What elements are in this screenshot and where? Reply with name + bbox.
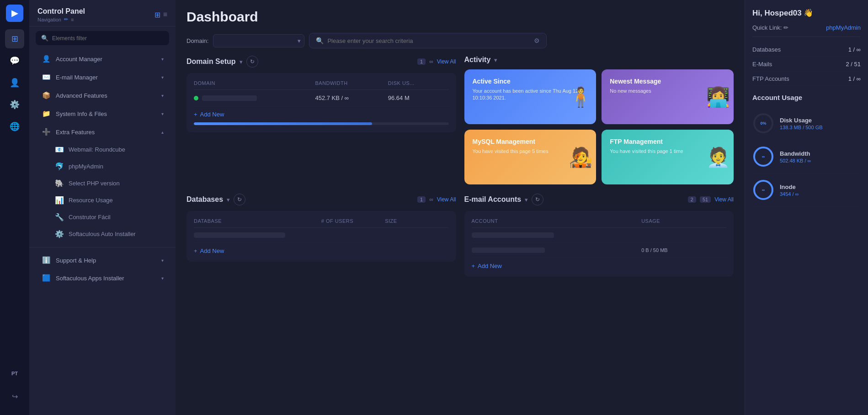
nav-icon-home[interactable]: ⊞ [5, 29, 24, 48]
usage-disk: 0% Disk Usage 138.3 MB / 500 GB [752, 107, 861, 140]
domain-bandwidth: 452.7 KB / ∞ [315, 95, 388, 101]
usage-bandwidth: ∞ Bandwidth 502.48 KB / ∞ [752, 140, 861, 173]
email-table-row-2: 0 B / 50 MB [472, 243, 727, 258]
col-disk: Disk Us... [388, 80, 449, 86]
domain-table-row: 452.7 KB / ∞ 96.64 M [194, 90, 449, 106]
bandwidth-label: ∞ [762, 154, 765, 159]
domain-setup-header: Domain Setup ▾ ↻ 1 View All [186, 56, 456, 68]
domain-setup-section: Domain Setup ▾ ↻ 1 View All Domain Bandw… [186, 56, 456, 184]
domain-disk: 96.64 M [388, 95, 449, 101]
grid-view-icon[interactable]: ⊞ [154, 11, 160, 19]
col-usage: Usage [641, 218, 726, 224]
email-refresh[interactable]: ↻ [532, 194, 543, 205]
email-count2: 51 [700, 196, 711, 203]
nav-icon-settings[interactable]: ⚙️ [5, 95, 24, 114]
nav-icon-messages[interactable]: 💬 [5, 51, 24, 70]
quick-link-value[interactable]: phpMyAdmin [826, 24, 861, 31]
sidebar-subitem-webmail[interactable]: 📧 Webmail: Roundcube [33, 142, 172, 158]
sidebar-subitem-softaculous-auto[interactable]: ⚙️ Softaculous Auto Installer [33, 226, 172, 242]
activity-card-mysql[interactable]: MySQL Management You have visited this p… [464, 130, 596, 184]
sidebar-item-extra-features[interactable]: ➕ Extra Features [33, 123, 172, 141]
list-view-icon[interactable]: ≡ [163, 11, 167, 19]
email-manager-arrow [161, 75, 164, 80]
locale-label[interactable]: PT [5, 364, 24, 383]
activity-section: Activity ▾ Active Since Your account has… [464, 56, 734, 184]
disk-usage-title: Disk Usage [780, 117, 861, 124]
email-chevron[interactable]: ▾ [525, 196, 528, 203]
disk-usage-info: Disk Usage 138.3 MB / 500 GB [780, 117, 861, 130]
activity-card-ftp[interactable]: FTP Management You have visited this pag… [602, 130, 734, 184]
edit-icon[interactable]: ✏ [783, 24, 788, 31]
logout-icon[interactable]: ↪ [5, 387, 24, 406]
domain-label: Domain: [186, 37, 208, 44]
softaculous-auto-icon: ⚙️ [55, 230, 64, 238]
nav-icon-globe[interactable]: 🌐 [5, 117, 24, 136]
email-accounts-card: Account Usage 0 B / 50 MB + Add New [464, 211, 734, 277]
webmail-label: Webmail: Roundcube [69, 146, 125, 153]
inode-subtitle: 3454 / ∞ [780, 191, 861, 197]
stat-databases: Databases 1 / ∞ [752, 42, 861, 57]
inode-info: Inode 3454 / ∞ [780, 184, 861, 197]
sidebar-subitem-select-php[interactable]: 🐘 Select PHP version [33, 175, 172, 191]
nav-icon-user[interactable]: 👤 [5, 73, 24, 92]
system-info-arrow [161, 111, 164, 116]
phpmyadmin-icon: 🐬 [55, 162, 64, 171]
main-search-input[interactable] [327, 37, 530, 44]
search-icon: 🔍 [41, 35, 48, 42]
newest-message-illustration: 👩‍💻 [706, 86, 730, 108]
sidebar-subitem-construtor[interactable]: 🔧 Construtor Fácil [33, 209, 172, 225]
filter-icon[interactable]: ⚙ [534, 37, 540, 44]
elements-filter-input[interactable] [52, 35, 164, 42]
databases-view-all[interactable]: View All [437, 196, 456, 203]
stat-ftp-label: FTP Accounts [752, 75, 789, 82]
col-account: Account [472, 218, 642, 224]
advanced-features-icon: 📦 [41, 91, 51, 100]
sidebar-item-support[interactable]: ℹ️ Support & Help [33, 252, 172, 269]
db-add-new-button[interactable]: + Add New [194, 243, 224, 254]
account-manager-label: Account Manager [56, 56, 102, 63]
sidebar-item-system-info[interactable]: 📁 System Info & Files [33, 105, 172, 122]
resource-usage-label: Resource Usage [69, 197, 113, 204]
logo[interactable]: ▶ [6, 5, 23, 22]
sidebar-subitem-resource-usage[interactable]: 📊 Resource Usage [33, 192, 172, 208]
usage-inode: ∞ Inode 3454 / ∞ [752, 173, 861, 207]
quick-link-row: Quick Link: ✏ phpMyAdmin [752, 24, 861, 37]
active-since-illustration: 🧍 [569, 86, 592, 108]
email-view-all[interactable]: View All [714, 196, 734, 203]
domain-select[interactable] [213, 34, 304, 47]
databases-section: Databases ▾ ↻ 1 View All Database # of U… [186, 194, 456, 277]
main-search-bar: 🔍 ⚙ [309, 33, 547, 48]
account-usage-header: Account Usage [752, 94, 861, 101]
domain-setup-refresh[interactable]: ↻ [246, 56, 258, 68]
email-add-new-button[interactable]: + Add New [472, 258, 502, 269]
domain-name-placeholder [202, 95, 257, 101]
activity-header: Activity ▾ [464, 56, 734, 64]
activity-card-active-since[interactable]: Active Since Your account has been activ… [464, 69, 596, 124]
greeting: Hi, Hosped03 👋 [752, 8, 861, 18]
databases-card: Database # of Users Size + Add New [186, 211, 456, 262]
sidebar: Control Panel Navigation ✏ ≡ ⊞ ≡ 🔍 👤 Acc… [29, 0, 176, 415]
databases-refresh[interactable]: ↻ [234, 194, 245, 205]
activity-card-newest-message[interactable]: Newest Message No new messages 👩‍💻 [602, 69, 734, 124]
sidebar-item-advanced-features[interactable]: 📦 Advanced Features [33, 87, 172, 104]
mysql-title: MySQL Management [473, 138, 588, 145]
sidebar-subtitle: Navigation ✏ ≡ [37, 16, 85, 22]
sidebar-subitem-phpmyadmin[interactable]: 🐬 phpMyAdmin [33, 158, 172, 174]
search-icon: 🔍 [316, 37, 324, 44]
db-table-row [194, 228, 449, 243]
account-usage-title: Account Usage [752, 94, 802, 101]
search-bar: 🔍 [36, 31, 169, 45]
domain-setup-view-all[interactable]: View All [437, 58, 456, 65]
sidebar-header: Control Panel Navigation ✏ ≡ ⊞ ≡ [29, 0, 176, 26]
domain-add-new-button[interactable]: + Add New [194, 106, 224, 118]
domain-setup-infinity [429, 58, 433, 65]
databases-chevron[interactable]: ▾ [227, 196, 230, 203]
webmail-icon: 📧 [55, 145, 64, 154]
domain-setup-chevron[interactable]: ▾ [240, 58, 243, 65]
sidebar-item-email-manager[interactable]: ✉️ E-mail Manager [33, 68, 172, 86]
active-since-title: Active Since [473, 78, 588, 85]
extra-features-label: Extra Features [56, 129, 95, 136]
sidebar-item-softaculous-apps[interactable]: 🟦 Softaculous Apps Installer [33, 269, 172, 287]
sidebar-item-account-manager[interactable]: 👤 Account Manager [33, 50, 172, 68]
activity-chevron[interactable]: ▾ [494, 57, 497, 63]
